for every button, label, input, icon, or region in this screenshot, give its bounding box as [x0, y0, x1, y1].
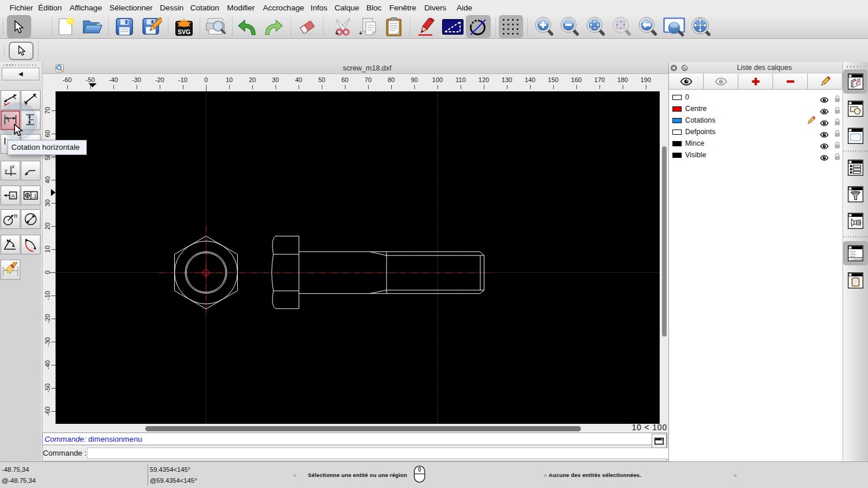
svg-text:R: R — [14, 213, 18, 219]
svg-text:x: x — [12, 163, 15, 169]
svg-text:SVG: SVG — [178, 28, 190, 35]
svg-text:c command: c command — [851, 258, 863, 261]
svg-text:.1: .1 — [32, 193, 37, 199]
svg-text:+: + — [359, 29, 362, 36]
svg-text:+: + — [335, 29, 339, 36]
svg-text:y: y — [5, 168, 8, 173]
svg-text:A: A — [11, 192, 15, 198]
